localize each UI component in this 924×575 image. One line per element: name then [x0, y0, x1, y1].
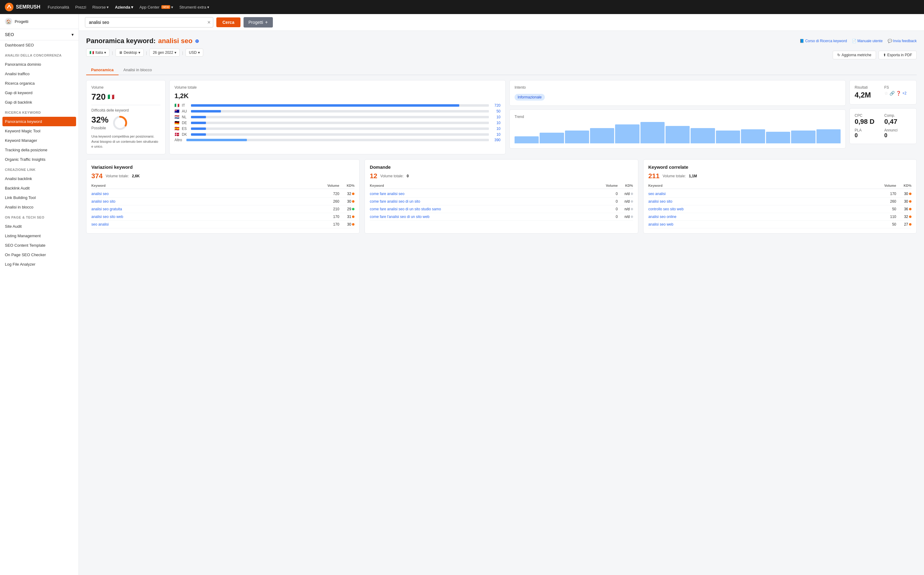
table-row: analisi seo gratuita 210 29 — [91, 205, 355, 213]
sidebar-item-gap-backlink[interactable]: Gap di backlink — [0, 97, 79, 107]
sidebar-item-backlink-audit[interactable]: Backlink Audit — [0, 183, 79, 193]
volume-totale-card: Volume totale 1,2K 🇮🇹 IT 720 🇦🇺 AU 50 — [169, 80, 506, 154]
kw-link[interactable]: controllo seo sito web — [648, 207, 878, 211]
sidebar-item-tracking[interactable]: Tracking della posizione — [0, 145, 79, 155]
tab-panoramica[interactable]: Panoramica — [86, 65, 119, 75]
kw-link[interactable]: come fare analisi seo — [370, 192, 599, 196]
sidebar-item-organic-insights[interactable]: Organic Traffic Insights — [0, 155, 79, 164]
kd-dot — [352, 200, 355, 203]
comp-col: Comp. 0,47 — [884, 113, 911, 125]
kw-link[interactable]: analisi seo online — [648, 214, 878, 219]
kw-link[interactable]: analisi seo sito — [648, 199, 878, 203]
sidebar-item-site-audit[interactable]: Site Audit — [0, 222, 79, 231]
nav-prezzi[interactable]: Prezzi — [75, 5, 86, 10]
sidebar-item-keyword-magic[interactable]: Keyword Magic Tool — [0, 126, 79, 136]
manuale-link[interactable]: 📄 Manuale utente — [852, 39, 883, 43]
sidebar-item-ricerca-organica[interactable]: Ricerca organica — [0, 79, 79, 88]
sidebar-item-log-analyzer[interactable]: Log File Analyzer — [0, 259, 79, 269]
trend-bar-6 — [640, 122, 664, 143]
sidebar-item-panoramica-keyword[interactable]: Panoramica keyword — [2, 117, 76, 126]
sidebar-item-analisi-blocco[interactable]: Analisi in blocco — [0, 202, 79, 212]
sidebar-item-link-building[interactable]: Link Building Tool — [0, 193, 79, 202]
corso-link[interactable]: 📘 Corso di Ricerca keyword — [800, 39, 847, 43]
divider2: | — [146, 51, 147, 55]
book-icon: 📘 — [800, 39, 804, 43]
fs-label: FS — [884, 85, 911, 90]
kw-link[interactable]: come fare analisi seo di un sito studio … — [370, 207, 599, 211]
sidebar-item-analisi-traffico[interactable]: Analisi traffico — [0, 69, 79, 79]
kw-link[interactable]: analisi seo sito web — [91, 214, 321, 219]
sidebar-item-gap-keyword[interactable]: Gap di keyword — [0, 88, 79, 97]
chevron-down-icon: ▾ — [71, 32, 74, 37]
chat-icon: 💬 — [888, 39, 892, 43]
search-input[interactable] — [85, 17, 213, 27]
trend-bar-2 — [540, 133, 564, 143]
brand-logo[interactable]: SEMRUSH — [5, 3, 40, 11]
kw-link[interactable]: analisi seo gratuita — [91, 207, 321, 211]
results-card: Risultati 4,2M FS ☆ 🔗 ❓ +2 — [850, 80, 917, 105]
kd-dot — [352, 208, 355, 210]
nav-appcenter[interactable]: App CenterNEW ▾ — [139, 5, 173, 10]
kw-link[interactable]: come fare analisi seo di un sito — [370, 199, 599, 203]
volume-card: Volume 720 🇮🇹 Difficoltà delle keyword 3… — [86, 80, 166, 154]
vol-totale-label: Volume totale — [174, 85, 501, 90]
sidebar-item-seo-content[interactable]: SEO Content Template — [0, 241, 79, 250]
sidebar-item-keyword-manager[interactable]: Keyword Manager — [0, 136, 79, 145]
filter-device[interactable]: 🖥 Desktop ▾ — [116, 49, 144, 57]
nav-risorse[interactable]: Risorse ▾ — [92, 5, 109, 10]
sidebar-item-onpage-checker[interactable]: On Page SEO Checker — [0, 250, 79, 259]
variazioni-count: 374 — [91, 172, 103, 180]
domande-table-header: Keyword Volume KD% — [370, 184, 633, 189]
kd-dot — [631, 208, 633, 210]
correlate-table-header: Keyword Volume KD% — [648, 184, 911, 189]
search-wrap: ✕ — [85, 17, 213, 27]
kw-link[interactable]: seo analisi — [648, 192, 878, 196]
trend-label: Trend — [515, 114, 841, 119]
trend-bar-3 — [565, 130, 589, 143]
top-nav: SEMRUSH Funzionalità Prezzi Risorse ▾ Az… — [0, 0, 924, 14]
sidebar-seo-section[interactable]: SEO ▾ — [0, 29, 79, 40]
nav-links: Funzionalità Prezzi Risorse ▾ Azienda ▾ … — [48, 5, 209, 10]
sidebar-item-panoramica-dominio[interactable]: Panoramica dominio — [0, 60, 79, 69]
add-icon[interactable]: ⊕ — [195, 38, 199, 44]
sidebar-item-dashboard[interactable]: Dashboard SEO — [0, 40, 79, 50]
correlate-title: Keyword correlate — [648, 164, 911, 170]
doc-icon: 📄 — [852, 39, 856, 43]
filter-paese[interactable]: 🇮🇹 Italia ▾ — [86, 49, 109, 57]
sidebar-item-listing-management[interactable]: Listing Management — [0, 231, 79, 241]
intento-label: Intento — [515, 85, 841, 90]
feedback-link[interactable]: 💬 Invia feedback — [888, 39, 917, 43]
fs-plus[interactable]: +2 — [902, 91, 907, 95]
search-button[interactable]: Cerca — [216, 17, 241, 27]
kw-link[interactable]: analisi seo sito — [91, 199, 321, 203]
sidebar-progetti[interactable]: 🏠 Progetti — [0, 14, 79, 29]
vol-row-altro: Altro 390 — [174, 138, 501, 142]
aggiorna-btn[interactable]: ↻ Aggiorna metriche — [833, 51, 876, 59]
cpc-card: CPC 0,98 D Comp. 0,47 PLA 0 — [850, 108, 917, 144]
tab-analisi-blocco[interactable]: Analisi in blocco — [119, 65, 157, 75]
kw-link[interactable]: analisi seo — [91, 192, 321, 196]
clear-icon[interactable]: ✕ — [207, 20, 211, 25]
kw-link[interactable]: seo analisi — [91, 222, 321, 227]
filters-row: 🇮🇹 Italia ▾ | 🖥 Desktop ▾ | 26 gen 2022 … — [86, 49, 203, 57]
projects-button[interactable]: Progetti + — [244, 17, 273, 27]
trend-bar-7 — [666, 126, 689, 143]
kd-dot — [631, 192, 633, 195]
results-row: Risultati 4,2M FS ☆ 🔗 ❓ +2 — [855, 85, 911, 99]
plus-icon: + — [265, 19, 268, 25]
nav-azienda[interactable]: Azienda ▾ — [115, 5, 133, 10]
kw-link[interactable]: analisi seo web — [648, 222, 878, 227]
filter-data[interactable]: 26 gen 2022 ▾ — [149, 49, 180, 57]
kw-link[interactable]: come fare l'analisi seo di un sito web — [370, 214, 599, 219]
esporta-btn[interactable]: ⬆ Esporta in PDF — [878, 51, 917, 59]
sidebar-item-analisi-backlink[interactable]: Analisi backlink — [0, 174, 79, 183]
nav-funzionalita[interactable]: Funzionalità — [48, 5, 69, 10]
correlate-count: 211 — [648, 172, 660, 180]
nav-strumenti[interactable]: Strumenti extra ▾ — [179, 5, 209, 10]
link-icon: 🔗 — [889, 91, 895, 96]
kd-dot — [352, 192, 355, 195]
pla-col: PLA 0 — [855, 128, 882, 139]
comp-label: Comp. — [884, 113, 911, 118]
filter-valuta[interactable]: USD ▾ — [185, 49, 203, 57]
variazioni-title: Variazioni keyword — [91, 164, 355, 170]
